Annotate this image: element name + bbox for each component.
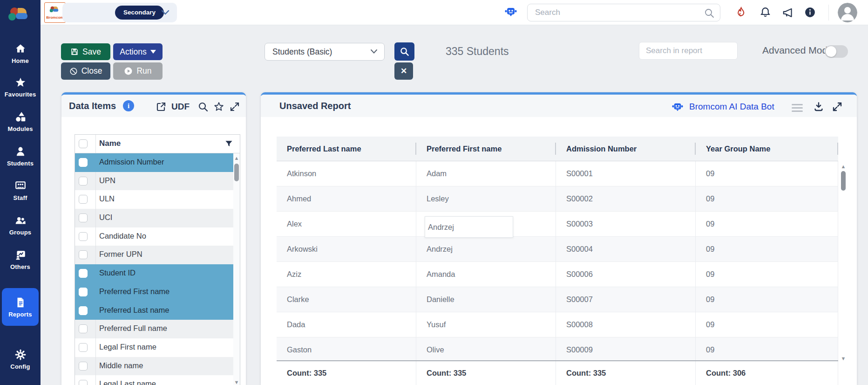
table-cell: S00002	[556, 186, 696, 211]
scroll-up-arrow[interactable]: ▲	[234, 155, 239, 161]
save-button[interactable]: Save	[61, 43, 110, 60]
export-icon[interactable]	[156, 101, 167, 112]
actions-button[interactable]: Actions	[113, 43, 163, 60]
select-all-checkbox[interactable]	[79, 139, 88, 148]
data-item-row[interactable]: Legal Last name	[75, 375, 240, 385]
sidebar-item-staff[interactable]: Staff	[0, 180, 41, 202]
item-checkbox[interactable]	[79, 158, 88, 167]
table-row[interactable]: Dada Yusuf S00008 09	[277, 312, 838, 337]
item-checkbox[interactable]	[79, 324, 88, 333]
udf-button[interactable]: UDF	[171, 102, 190, 112]
table-row[interactable]: Alex Makoto S00003 09	[277, 212, 838, 237]
data-item-row[interactable]: Legal First name	[75, 338, 240, 357]
item-checkbox[interactable]	[79, 362, 88, 371]
sidebar-item-label: Config	[10, 363, 30, 370]
chevron-down-icon[interactable]	[161, 9, 170, 17]
data-item-row[interactable]: Former UPN	[75, 246, 240, 264]
data-items-list: Name Admission Number UPN ULN UCI Candid…	[75, 134, 240, 385]
scroll-down-arrow[interactable]: ▼	[234, 379, 239, 385]
data-item-row[interactable]: Candidate No	[75, 227, 240, 246]
item-checkbox[interactable]	[79, 306, 88, 315]
advanced-mode-toggle[interactable]	[825, 45, 848, 58]
scrollbar-thumb[interactable]	[841, 171, 846, 191]
item-checkbox[interactable]	[79, 195, 88, 204]
table-row[interactable]: Clarke Danielle S00007 09	[277, 287, 838, 312]
data-item-label: Legal Last name	[99, 379, 156, 385]
search-icon[interactable]	[704, 8, 714, 20]
flame-icon[interactable]	[735, 7, 747, 19]
data-item-row[interactable]: Middle name	[75, 357, 240, 376]
sidebar-item-groups[interactable]: Groups	[0, 214, 41, 236]
table-row[interactable]: Aziz Amanda S00006 09	[277, 262, 838, 287]
table-cell: S00006	[556, 262, 696, 287]
data-item-row[interactable]: UCI	[75, 209, 240, 227]
expand-icon[interactable]	[832, 101, 843, 112]
data-item-row[interactable]: UPN	[75, 172, 240, 191]
data-item-row[interactable]: Preferred Last name	[75, 302, 240, 320]
search-in-report-input[interactable]	[639, 42, 737, 59]
table-row[interactable]: Arkowski Andrzej S00004 09	[277, 237, 838, 262]
info-icon[interactable]	[804, 7, 816, 19]
data-item-row[interactable]: Preferred Full name	[75, 320, 240, 338]
item-checkbox[interactable]	[79, 380, 88, 385]
data-item-row[interactable]: Student ID	[75, 264, 240, 283]
expand-icon[interactable]	[229, 101, 240, 112]
table-row[interactable]: Gaston Olive S00009 09	[277, 337, 838, 363]
column-header[interactable]: Preferred Last name	[277, 137, 416, 161]
column-header[interactable]: Year Group Name	[696, 137, 838, 161]
search-icon[interactable]	[197, 101, 209, 112]
item-checkbox[interactable]	[79, 288, 88, 296]
column-header[interactable]: Preferred First name	[416, 137, 556, 161]
bell-icon[interactable]	[760, 7, 772, 19]
item-checkbox[interactable]	[79, 177, 88, 186]
sidebar-item-reports[interactable]: Reports	[2, 288, 39, 326]
sidebar-item-favourites[interactable]: Favourites	[0, 76, 41, 98]
table-cell: 09	[696, 186, 838, 211]
dataset-select[interactable]: Students (Basic)	[264, 43, 385, 61]
sidebar-item-others[interactable]: Others	[0, 249, 41, 271]
user-avatar[interactable]	[838, 3, 857, 22]
star-icon[interactable]	[213, 101, 224, 112]
data-item-label: Middle name	[99, 361, 143, 370]
global-search-input[interactable]	[528, 4, 720, 21]
ai-bot-link[interactable]: Bromcom AI Data Bot	[689, 102, 774, 112]
megaphone-icon[interactable]	[782, 7, 794, 19]
bromcom-logo-icon	[49, 5, 61, 13]
sidebar-item-label: Students	[7, 160, 34, 167]
sidebar-item-students[interactable]: Students	[0, 145, 41, 167]
table-cell: 09	[696, 161, 838, 186]
sidebar-item-home[interactable]: Home	[0, 43, 41, 65]
ai-bot-icon[interactable]	[671, 102, 683, 113]
table-row[interactable]: Ahmed Lesley S00002 09	[277, 186, 838, 212]
dataset-clear-button[interactable]: ✕	[394, 62, 413, 80]
scrollbar-thumb[interactable]	[234, 164, 239, 181]
download-icon[interactable]	[813, 101, 824, 112]
data-items-title: Data Items	[69, 101, 116, 111]
filter-icon[interactable]	[224, 139, 233, 150]
scroll-down-arrow[interactable]: ▼	[841, 356, 846, 361]
ai-bot-icon[interactable]	[504, 6, 516, 18]
item-checkbox[interactable]	[79, 343, 88, 352]
sidebar-item-label: Staff	[14, 194, 27, 201]
data-item-label: Former UPN	[99, 250, 142, 259]
item-checkbox[interactable]	[79, 232, 88, 241]
scroll-up-arrow[interactable]: ▲	[841, 164, 846, 169]
sidebar-item-config[interactable]: Config	[0, 349, 41, 371]
sidebar-item-modules[interactable]: Modules	[0, 111, 41, 133]
close-button[interactable]: Close	[61, 62, 110, 80]
item-checkbox[interactable]	[79, 213, 88, 222]
run-button[interactable]: Run	[113, 62, 163, 80]
data-item-row[interactable]: ULN	[75, 190, 240, 209]
item-checkbox[interactable]	[79, 250, 88, 259]
info-icon[interactable]: i	[123, 100, 134, 111]
dataset-search-button[interactable]	[394, 42, 414, 61]
menu-icon[interactable]	[792, 104, 803, 112]
data-item-row[interactable]: Preferred First name	[75, 283, 240, 302]
data-item-row[interactable]: Admission Number	[75, 153, 240, 172]
column-header[interactable]: Admission Number	[556, 137, 696, 161]
bromcom-cloud-logo[interactable]	[7, 5, 34, 22]
table-row[interactable]: Atkinson Adam S00001 09	[277, 161, 838, 186]
report-table-footer: Count: 335 Count: 335 Count: 335 Count: …	[277, 360, 838, 385]
item-checkbox[interactable]	[79, 269, 88, 278]
phase-pill[interactable]: Secondary	[115, 6, 164, 20]
